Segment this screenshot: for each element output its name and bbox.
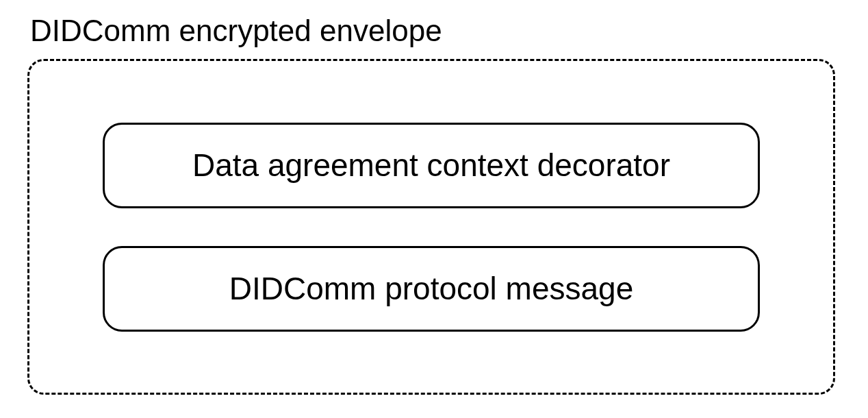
envelope-title: DIDComm encrypted envelope (30, 14, 841, 48)
data-agreement-context-decorator-label: Data agreement context decorator (192, 147, 670, 184)
data-agreement-context-decorator-box: Data agreement context decorator (103, 123, 760, 208)
didcomm-encrypted-envelope: Data agreement context decorator DIDComm… (27, 59, 835, 395)
didcomm-protocol-message-box: DIDComm protocol message (103, 246, 760, 332)
didcomm-protocol-message-label: DIDComm protocol message (229, 270, 634, 307)
